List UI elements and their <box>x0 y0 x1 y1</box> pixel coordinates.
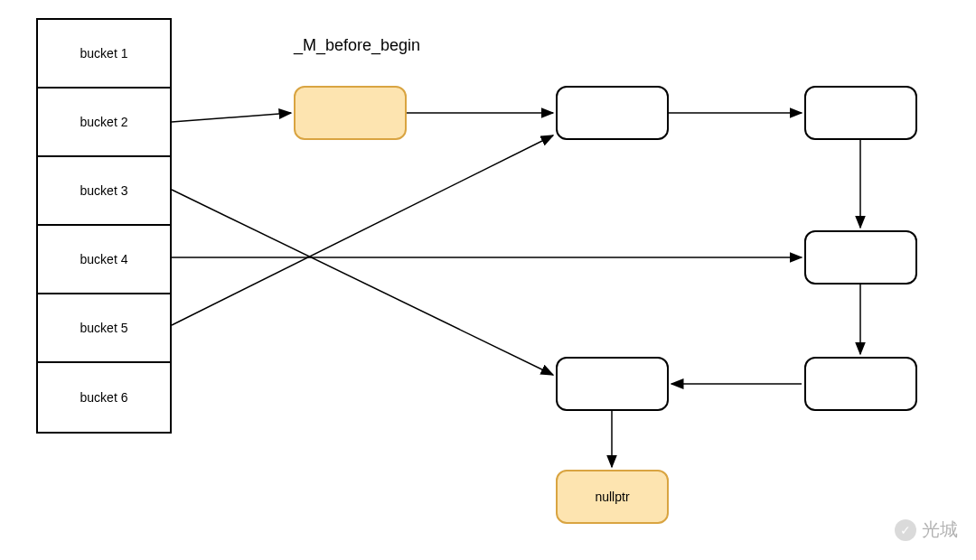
arrow-bucket5-to-node1 <box>172 135 553 325</box>
wechat-icon: ✓ <box>895 519 916 541</box>
before-begin-label: _M_before_begin <box>294 36 420 55</box>
node-4 <box>804 357 917 411</box>
node-2 <box>804 86 917 140</box>
node-before-begin <box>294 86 407 140</box>
watermark: ✓ 光城 <box>895 518 958 542</box>
node-nullptr: nullptr <box>556 470 669 524</box>
watermark-text: 光城 <box>922 518 958 542</box>
bucket-array: bucket 1 bucket 2 bucket 3 bucket 4 buck… <box>36 18 172 434</box>
arrow-bucket3-to-node5 <box>172 190 553 375</box>
bucket-cell-5: bucket 5 <box>38 294 170 363</box>
bucket-cell-1: bucket 1 <box>38 20 170 89</box>
arrow-bucket2-to-beforebegin <box>172 113 291 122</box>
bucket-cell-2: bucket 2 <box>38 89 170 157</box>
bucket-cell-3: bucket 3 <box>38 157 170 226</box>
bucket-cell-4: bucket 4 <box>38 226 170 294</box>
node-3 <box>804 230 917 285</box>
node-1 <box>556 86 669 140</box>
node-5 <box>556 357 669 411</box>
bucket-cell-6: bucket 6 <box>38 363 170 432</box>
